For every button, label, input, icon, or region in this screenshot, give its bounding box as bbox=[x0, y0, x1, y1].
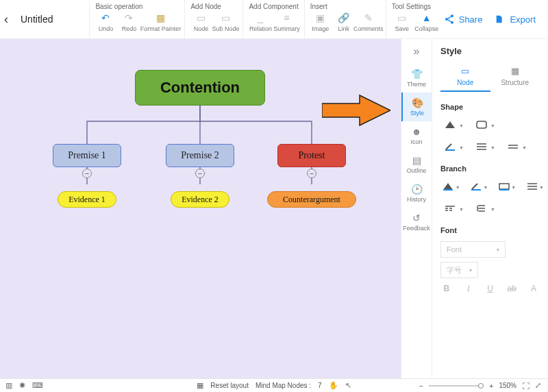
rail-item-theme[interactable]: 👕 Theme bbox=[401, 64, 432, 93]
chevron-down-icon: ▼ bbox=[490, 123, 495, 128]
insert-image-button[interactable]: ▣ Image bbox=[310, 12, 331, 32]
zoom-out-button[interactable]: − bbox=[419, 382, 423, 390]
nodes-label: Mind Map Nodes : bbox=[256, 382, 311, 389]
strike-button[interactable]: ab bbox=[506, 284, 518, 294]
rail-item-feedback[interactable]: ↺ Feedback bbox=[401, 208, 432, 236]
node-premise-2[interactable]: Premise 2 bbox=[166, 144, 234, 167]
rail-item-history[interactable]: 🕑 History bbox=[401, 179, 432, 208]
node-evidence-2[interactable]: Evidence 2 bbox=[171, 191, 229, 208]
bold-button[interactable]: B bbox=[440, 284, 453, 294]
link-icon: 🔗 bbox=[338, 12, 349, 24]
tab-structure[interactable]: ▦ Structure bbox=[490, 66, 540, 92]
rail-collapse-icon[interactable]: » bbox=[401, 39, 432, 64]
save-icon: ▭ bbox=[397, 12, 406, 24]
status-bar: ▥ ✺ ⌨ ▦ Reset layout Mind Map Nodes : 7 … bbox=[0, 378, 548, 392]
section-branch: Branch bbox=[440, 164, 540, 173]
back-icon[interactable]: ‹ bbox=[4, 12, 8, 27]
chevron-down-icon: ▼ bbox=[484, 185, 488, 190]
group-label: Basic operation bbox=[95, 3, 179, 10]
group-label: Add Node bbox=[190, 3, 237, 10]
add-sub-node-button[interactable]: ▭ Sub Node bbox=[214, 12, 237, 32]
document-title[interactable]: Untitled bbox=[21, 14, 53, 25]
brightness-icon[interactable]: ✺ bbox=[19, 381, 25, 390]
image-icon: ▣ bbox=[316, 12, 325, 24]
redo-icon: ↷ bbox=[125, 12, 133, 24]
svg-rect-8 bbox=[499, 189, 509, 191]
zoom-slider[interactable] bbox=[429, 385, 484, 387]
tab-node[interactable]: ▭ Node bbox=[440, 66, 490, 92]
collapse-toggle[interactable]: − bbox=[307, 169, 316, 178]
section-shape: Shape bbox=[440, 103, 540, 111]
group-add-component: Add Component ⎯ Relation ≡ Summary bbox=[242, 0, 303, 38]
svg-point-2 bbox=[451, 21, 453, 24]
undo-button[interactable]: ↶ Undo bbox=[95, 12, 116, 32]
title-area: ‹ Untitled bbox=[0, 0, 89, 38]
section-font: Font bbox=[440, 226, 540, 234]
fullscreen-icon[interactable]: ⤢ bbox=[535, 381, 541, 390]
branch-dash-button[interactable]: ▼ bbox=[440, 201, 460, 215]
node-premise-1[interactable]: Premise 1 bbox=[53, 144, 121, 167]
font-color-button[interactable]: A bbox=[527, 284, 540, 294]
share-button[interactable]: Share bbox=[444, 14, 483, 25]
svg-point-1 bbox=[445, 18, 448, 21]
summary-button[interactable]: ≡ Summary bbox=[275, 12, 298, 32]
keyboard-icon[interactable]: ⌨ bbox=[32, 381, 43, 390]
panel-title: Style bbox=[440, 46, 540, 56]
svg-rect-6 bbox=[471, 189, 481, 191]
collapse-toggle[interactable]: − bbox=[82, 169, 92, 178]
shape-border-width-button[interactable]: ▼ bbox=[472, 140, 491, 154]
zoom-handle[interactable] bbox=[478, 383, 484, 389]
zoom-in-button[interactable]: + bbox=[489, 382, 493, 390]
branch-color-button[interactable]: ▼ bbox=[440, 180, 456, 193]
chevron-down-icon: ▼ bbox=[539, 185, 544, 190]
rail-item-icon[interactable]: ☻ Icon bbox=[401, 121, 432, 150]
svg-rect-7 bbox=[499, 184, 509, 189]
pan-icon[interactable]: ✋ bbox=[329, 381, 338, 390]
font-family-select[interactable]: Font▾ bbox=[440, 241, 506, 258]
rail-item-outline[interactable]: ▤ Outline bbox=[401, 150, 432, 179]
node-counterargument[interactable]: Counterargument bbox=[267, 191, 356, 208]
insert-link-button[interactable]: 🔗 Link bbox=[334, 12, 354, 32]
cursor-icon[interactable]: ↖ bbox=[345, 381, 351, 390]
view-mode-icon[interactable]: ▥ bbox=[5, 381, 12, 390]
save-button[interactable]: ▭ Save bbox=[392, 12, 412, 32]
node-evidence-1[interactable]: Evidence 1 bbox=[58, 191, 116, 208]
chevron-down-icon: ▼ bbox=[522, 145, 527, 150]
mindmap-canvas[interactable]: Contention Premise 1 Premise 2 Protest −… bbox=[0, 39, 401, 378]
insert-comments-button[interactable]: ✎ Comments bbox=[357, 12, 380, 32]
branch-shape-button[interactable]: ▼ bbox=[497, 180, 512, 193]
italic-button[interactable]: I bbox=[462, 284, 475, 294]
redo-button[interactable]: ↷ Redo bbox=[119, 12, 139, 32]
branch-end-button[interactable]: ▼ bbox=[472, 201, 491, 215]
reset-layout-button[interactable]: Reset layout bbox=[210, 382, 249, 389]
shape-fill-button[interactable]: ▼ bbox=[440, 118, 460, 132]
collapse-toggle[interactable]: − bbox=[195, 169, 205, 178]
right-rail: » 👕 Theme 🎨 Style ☻ Icon ▤ Outline 🕑 His… bbox=[401, 39, 432, 378]
collapse-icon: ▲ bbox=[422, 12, 432, 24]
relation-button[interactable]: ⎯ Relation bbox=[249, 12, 272, 32]
collapse-button[interactable]: ▲ Collapse bbox=[415, 12, 438, 32]
summary-icon: ≡ bbox=[284, 12, 289, 24]
format-painter-button[interactable]: ▦ Format Painter bbox=[142, 12, 179, 32]
underline-button[interactable]: U bbox=[484, 284, 497, 294]
font-size-select[interactable]: 字号▾ bbox=[440, 262, 478, 278]
rail-item-style[interactable]: 🎨 Style bbox=[401, 93, 432, 121]
branch-stroke-button[interactable]: ▼ bbox=[469, 180, 484, 193]
zoom-label: 150% bbox=[499, 382, 516, 389]
structure-tab-icon: ▦ bbox=[511, 66, 519, 76]
undo-icon: ↶ bbox=[101, 12, 110, 24]
reset-layout-icon[interactable]: ▦ bbox=[197, 381, 203, 390]
shape-border-style-button[interactable]: ▼ bbox=[503, 140, 523, 154]
node-root[interactable]: Contention bbox=[135, 70, 265, 106]
text-format-row: B I U ab A bbox=[440, 284, 540, 294]
fit-screen-icon[interactable]: ⛶ bbox=[522, 382, 530, 390]
add-node-button[interactable]: ▭ Node bbox=[190, 12, 211, 32]
export-button[interactable]: Export bbox=[495, 14, 536, 25]
shape-type-button[interactable]: ▼ bbox=[472, 118, 491, 132]
branch-width-button[interactable]: ▼ bbox=[524, 180, 540, 193]
chevron-down-icon: ▼ bbox=[490, 145, 495, 150]
node-protest[interactable]: Protest bbox=[277, 144, 346, 167]
group-insert: Insert ▣ Image 🔗 Link ✎ Comments bbox=[304, 0, 386, 38]
annotation-arrow bbox=[322, 93, 390, 127]
shape-border-color-button[interactable]: ▼ bbox=[440, 140, 460, 154]
